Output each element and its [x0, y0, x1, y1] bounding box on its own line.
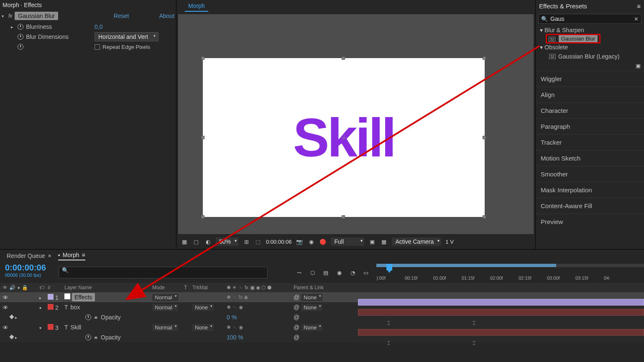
tab-morph[interactable]: ▪Morph≡: [58, 252, 85, 260]
keyframe-icon[interactable]: ⌶: [387, 340, 390, 345]
eye-column-icon[interactable]: 👁: [3, 285, 8, 291]
pickwhip-icon[interactable]: @: [294, 324, 299, 331]
property-value[interactable]: 0 %: [224, 314, 291, 321]
twirl-right-icon[interactable]: ▸: [11, 25, 15, 29]
fx-badge[interactable]: fx: [8, 13, 12, 19]
stopwatch-icon[interactable]: [18, 34, 23, 40]
keyframe-icon[interactable]: ⌶: [473, 320, 475, 325]
twirl-icon[interactable]: ▾: [39, 306, 41, 310]
roi-icon[interactable]: ▣: [368, 238, 376, 245]
close-icon[interactable]: ✕: [48, 253, 51, 259]
side-panel-smoother[interactable]: Smoother: [536, 166, 644, 182]
blur-dimensions-dropdown[interactable]: Horizontal and Vert: [95, 32, 158, 41]
resolution-dropdown[interactable]: Full: [331, 237, 364, 246]
layer-switches[interactable]: ✺ ⟍ fx ◉: [224, 294, 291, 300]
pickwhip-icon[interactable]: @: [294, 314, 299, 321]
visibility-toggle[interactable]: 👁: [3, 324, 8, 330]
side-panel-motion-sketch[interactable]: Motion Sketch: [536, 150, 644, 166]
repeat-edge-checkbox[interactable]: [95, 44, 100, 50]
pickwhip-icon[interactable]: @: [294, 294, 299, 301]
stopwatch-icon[interactable]: [18, 44, 23, 50]
grid-icon[interactable]: ▦: [181, 238, 188, 245]
ep-item-gaussian-blur[interactable]: Gaussian Blur: [559, 35, 598, 42]
layer-bar[interactable]: [358, 309, 644, 316]
selection-handle[interactable]: [342, 56, 345, 60]
resolution-icon[interactable]: ⊞: [243, 238, 250, 245]
layer-switches[interactable]: ✺ ⟍ ◉: [224, 304, 291, 310]
mask-icon[interactable]: ◐: [204, 238, 212, 245]
keyframe-icon[interactable]: ⌶: [387, 320, 390, 325]
comp-tab-morph[interactable]: Morph: [185, 1, 208, 12]
label-color[interactable]: [48, 294, 54, 300]
layer-row[interactable]: 👁▾ 3TSkillNormalNone✺ ⟍ ◉@ None: [0, 322, 644, 332]
twirl-down-icon[interactable]: ▾: [2, 14, 6, 18]
snapshot-icon[interactable]: 📷: [296, 238, 303, 245]
layer-row[interactable]: 👁▸ 1EffectsNormal✺ ⟍ fx ◉@ None: [0, 292, 644, 302]
keyframe-nav-next-icon[interactable]: ▸: [15, 315, 17, 320]
blend-mode-dropdown[interactable]: Normal: [152, 324, 178, 331]
stopwatch-icon[interactable]: [85, 334, 91, 340]
selection-handle[interactable]: [483, 136, 486, 139]
parent-dropdown[interactable]: None: [301, 324, 322, 331]
selection-handle[interactable]: [342, 215, 345, 219]
keyframe-nav-next-icon[interactable]: ▸: [15, 335, 17, 340]
comp-canvas[interactable]: Skill: [203, 58, 485, 217]
layer-bar[interactable]: [358, 299, 644, 306]
grid2-icon[interactable]: ▦: [380, 238, 388, 245]
ep-item-gaussian-legacy[interactable]: 32Gaussian Blur (Legacy): [536, 52, 644, 61]
graph-icon[interactable]: ◔: [349, 269, 356, 276]
pickwhip-icon[interactable]: @: [294, 334, 299, 341]
reset-link[interactable]: Reset: [114, 13, 129, 19]
layer-switches[interactable]: ✺ ⟍ ◉: [224, 324, 291, 330]
shy-icon[interactable]: ⤳: [295, 269, 303, 276]
graph-icon[interactable]: ⩩: [94, 335, 98, 340]
about-link[interactable]: About: [159, 13, 174, 19]
tab-render-queue[interactable]: Render Queue✕: [7, 252, 51, 259]
keyframe-icon[interactable]: ⌶: [473, 340, 475, 345]
effect-name[interactable]: Gaussian Blur: [15, 12, 58, 20]
camera-dropdown[interactable]: Active Camera: [392, 237, 441, 246]
prop-blurriness-value[interactable]: 0,0: [95, 23, 102, 30]
trkmat-dropdown[interactable]: None: [192, 324, 214, 331]
side-panel-mask-interpolation[interactable]: Mask Interpolation: [536, 182, 644, 198]
selection-handle[interactable]: [201, 56, 204, 60]
property-value[interactable]: 100 %: [224, 334, 291, 341]
ep-group-blur[interactable]: ▾Blur & Sharpen: [536, 25, 644, 35]
blend-mode-dropdown[interactable]: Normal: [152, 294, 178, 301]
color-mgmt-icon[interactable]: 🔴: [319, 238, 327, 245]
tab-menu-icon[interactable]: ≡: [82, 252, 85, 258]
zoom-dropdown[interactable]: 50%: [216, 237, 238, 246]
viewer-timecode[interactable]: 0:00:00:06: [266, 239, 291, 245]
layer-bar[interactable]: [358, 329, 644, 336]
side-panel-wiggler[interactable]: Wiggler: [536, 71, 644, 87]
comp-viewer[interactable]: Skill: [178, 14, 534, 234]
graph-icon[interactable]: ⩩: [94, 315, 98, 320]
stopwatch-icon[interactable]: [18, 24, 23, 30]
keyframe-nav-prev-icon[interactable]: [9, 314, 14, 319]
layer-name[interactable]: Effects: [72, 293, 95, 301]
side-panel-align[interactable]: Align: [536, 87, 644, 102]
panel-menu-icon[interactable]: ≡: [637, 3, 641, 10]
anchor-point-icon[interactable]: [341, 135, 347, 140]
timeline-search-input[interactable]: [59, 267, 268, 278]
selection-handle[interactable]: [201, 136, 204, 139]
layer-name[interactable]: box: [71, 304, 80, 311]
visibility-toggle[interactable]: 👁: [3, 304, 8, 310]
region-icon[interactable]: ⬚: [254, 238, 262, 245]
channel-icon[interactable]: ◉: [307, 238, 315, 245]
ep-group-obsolete[interactable]: ▾Obsolete: [536, 43, 644, 52]
selection-handle[interactable]: [483, 215, 486, 219]
side-panel-tracker[interactable]: Tracker: [536, 134, 644, 150]
clear-search-icon[interactable]: ✕: [634, 16, 639, 22]
lock-column-icon[interactable]: 🔒: [22, 285, 28, 291]
label-column-icon[interactable]: 🏷: [39, 285, 44, 291]
cube-icon[interactable]: ⬡: [309, 269, 316, 276]
side-panel-paragraph[interactable]: Paragraph: [536, 118, 644, 134]
playhead[interactable]: [386, 264, 392, 270]
stopwatch-icon[interactable]: [85, 314, 91, 320]
transparency-icon[interactable]: ▢: [192, 238, 200, 245]
frame-blend-icon[interactable]: ▤: [322, 269, 330, 276]
motion-blur-icon[interactable]: ◉: [335, 269, 343, 276]
twirl-icon[interactable]: ▸: [39, 296, 41, 300]
effects-search[interactable]: 🔍 ✕: [538, 14, 641, 24]
